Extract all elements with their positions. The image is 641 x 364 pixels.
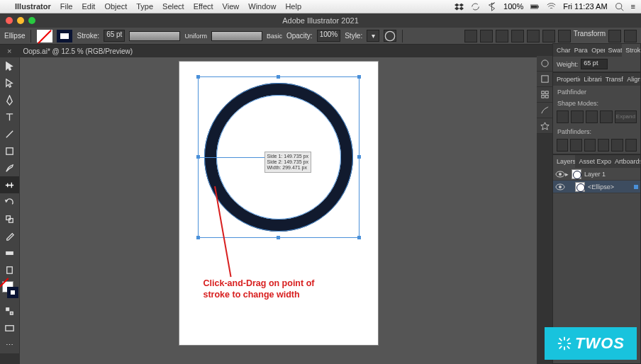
tab-stroke[interactable]: Stroke [622, 44, 640, 57]
tab-opentype[interactable]: Open [588, 44, 604, 57]
symbols-panel-icon[interactable] [537, 118, 552, 134]
bbox-handle-t[interactable] [277, 75, 280, 79]
menu-object[interactable]: Object [104, 2, 127, 11]
tab-properties[interactable]: Properties [553, 73, 580, 86]
isolate-button[interactable] [608, 30, 621, 42]
minimize-window-button[interactable] [17, 17, 24, 24]
dropbox-icon[interactable] [455, 2, 464, 11]
more-options-button[interactable] [624, 30, 637, 42]
menu-file[interactable]: File [60, 2, 73, 11]
visibility-icon[interactable] [555, 169, 565, 179]
menu-edit[interactable]: Edit [82, 2, 95, 11]
sync-icon[interactable] [471, 2, 480, 11]
brushes-panel-icon[interactable] [537, 103, 552, 118]
document-tab[interactable]: Oops.ai* @ 12.5 % (RGB/Preview) [16, 46, 140, 57]
tab-character[interactable]: Chara [553, 44, 571, 57]
bbox-handle-bl[interactable] [196, 236, 200, 239]
bbox-handle-tl[interactable] [196, 75, 200, 79]
merge-button[interactable] [584, 139, 596, 152]
unite-button[interactable] [557, 110, 569, 123]
outline-button[interactable] [611, 139, 623, 152]
swatches-panel-icon[interactable] [537, 87, 552, 103]
menu-window[interactable]: Window [248, 2, 276, 11]
menu-select[interactable]: Select [162, 2, 184, 11]
color-guide-panel-icon[interactable] [537, 72, 552, 87]
align-left-button[interactable] [464, 30, 477, 42]
direct-selection-tool[interactable] [0, 74, 19, 91]
visibility-icon[interactable] [555, 182, 565, 192]
rotate-tool[interactable] [0, 193, 19, 210]
align-middle-button[interactable] [527, 30, 540, 42]
width-tool[interactable] [0, 176, 19, 193]
layer-name[interactable]: Layer 1 [584, 171, 606, 178]
menu-view[interactable]: View [223, 2, 240, 11]
align-top-button[interactable] [511, 30, 524, 42]
menu-help[interactable]: Help [285, 2, 301, 11]
bbox-handle-tr[interactable] [357, 75, 361, 79]
trim-button[interactable] [570, 139, 581, 152]
minus-back-button[interactable] [625, 139, 637, 152]
scale-tool[interactable] [0, 210, 19, 227]
paintbrush-tool[interactable] [0, 159, 19, 176]
fill-stroke-indicator[interactable] [0, 278, 19, 302]
screen-mode-button[interactable] [0, 319, 19, 336]
sublayer-name[interactable]: <Ellipse> [588, 183, 614, 190]
tab-layers[interactable]: Layers [553, 155, 575, 168]
artboard-tool[interactable] [0, 261, 19, 278]
exclude-button[interactable] [600, 110, 612, 123]
bbox-handle-r[interactable] [357, 155, 361, 159]
layer-row[interactable]: ▸ Layer 1 [553, 168, 640, 181]
align-right-button[interactable] [496, 30, 508, 42]
tab-align[interactable]: Align [623, 73, 640, 86]
clock[interactable]: Fri 11:23 AM [563, 2, 607, 11]
shape-builder-button[interactable] [558, 30, 571, 42]
menu-effect[interactable]: Effect [194, 2, 213, 11]
opacity-field[interactable]: 100% [317, 30, 341, 42]
tab-asset-export[interactable]: Asset Export [575, 155, 611, 168]
transform-label[interactable]: Transform [574, 30, 606, 42]
sublayer-row[interactable]: <Ellipse> [553, 181, 640, 193]
stroke-profile-uniform[interactable] [129, 31, 180, 41]
brush-basic[interactable] [211, 31, 262, 41]
edit-toolbar-button[interactable]: ⋯ [0, 336, 19, 353]
align-center-button[interactable] [480, 30, 493, 42]
selection-tool[interactable] [0, 57, 19, 74]
tab-libraries[interactable]: Libraris [580, 73, 601, 86]
target-indicator[interactable] [634, 185, 638, 189]
color-panel-icon[interactable] [537, 56, 552, 72]
menu-type[interactable]: Type [136, 2, 153, 11]
app-name-menu[interactable]: Illustrator [15, 2, 51, 11]
menubar-extra-icon[interactable]: ≡ [631, 2, 635, 11]
gradient-tool[interactable] [0, 244, 19, 261]
canvas[interactable]: Side 1: 149.735 px Side 2: 149.735 px Wi… [20, 57, 537, 364]
intersect-button[interactable] [586, 110, 598, 123]
bluetooth-icon[interactable] [487, 2, 496, 11]
color-mode-button[interactable] [0, 302, 19, 319]
divide-button[interactable] [557, 139, 568, 152]
recolor-button[interactable] [384, 30, 396, 42]
weight-field[interactable]: 65 pt [581, 59, 608, 69]
shape-tool[interactable] [0, 142, 19, 159]
eyedropper-tool[interactable] [0, 227, 19, 244]
fill-swatch[interactable] [37, 30, 52, 42]
stroke-weight-field[interactable]: 65 pt [104, 30, 125, 42]
pen-tool[interactable] [0, 91, 19, 108]
tab-transform[interactable]: Transfc [602, 73, 623, 86]
tab-artboards[interactable]: Artboards [611, 155, 640, 168]
type-tool[interactable] [0, 108, 19, 125]
crop-button[interactable] [598, 139, 609, 152]
style-dropdown[interactable]: ▾ [367, 30, 379, 42]
close-tab-button[interactable]: × [7, 47, 11, 55]
tab-swatches[interactable]: Swatc [605, 44, 623, 57]
stroke-swatch[interactable] [57, 30, 72, 42]
minus-front-button[interactable] [571, 110, 583, 123]
bbox-handle-br[interactable] [357, 236, 361, 239]
line-tool[interactable] [0, 125, 19, 142]
wifi-icon[interactable] [547, 2, 556, 11]
align-bottom-button[interactable] [542, 30, 555, 42]
tab-paragraph[interactable]: Parag [571, 44, 588, 57]
bbox-handle-b[interactable] [277, 236, 280, 239]
width-handle-line[interactable] [198, 157, 266, 158]
zoom-window-button[interactable] [28, 17, 35, 24]
spotlight-icon[interactable] [615, 2, 624, 11]
